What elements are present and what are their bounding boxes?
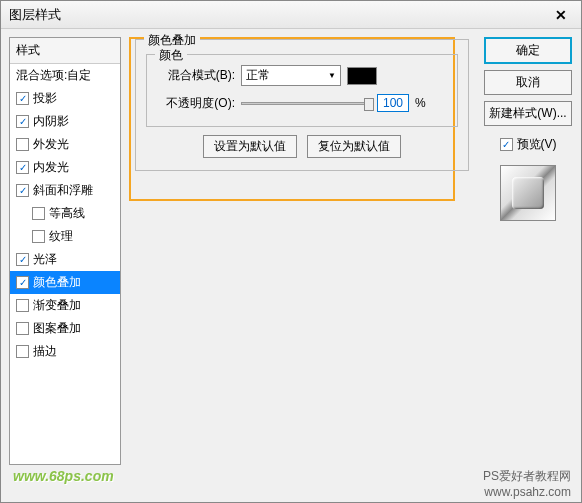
blend-mode-value: 正常: [246, 67, 270, 84]
new-style-button[interactable]: 新建样式(W)...: [484, 101, 572, 126]
sidebar-item-5[interactable]: 等高线: [10, 202, 120, 225]
sidebar-item-3[interactable]: 内发光: [10, 156, 120, 179]
sidebar-item-label: 内发光: [33, 159, 69, 176]
checkbox-icon[interactable]: [16, 184, 29, 197]
checkbox-icon[interactable]: [16, 253, 29, 266]
dialog-content: 样式 混合选项:自定 投影内阴影外发光内发光斜面和浮雕等高线纹理光泽颜色叠加渐变…: [1, 29, 581, 473]
cancel-button[interactable]: 取消: [484, 70, 572, 95]
sidebar-item-label: 内阴影: [33, 113, 69, 130]
opacity-unit: %: [415, 96, 426, 110]
checkbox-icon[interactable]: [16, 276, 29, 289]
ok-button[interactable]: 确定: [484, 37, 572, 64]
sidebar-item-2[interactable]: 外发光: [10, 133, 120, 156]
color-swatch[interactable]: [347, 67, 377, 85]
close-icon[interactable]: ✕: [549, 7, 573, 23]
sidebar-item-label: 描边: [33, 343, 57, 360]
blend-mode-row: 混合模式(B): 正常 ▼: [157, 65, 447, 86]
checkbox-icon[interactable]: [16, 161, 29, 174]
color-group-title: 颜色: [155, 47, 187, 64]
reset-default-button[interactable]: 复位为默认值: [307, 135, 401, 158]
sidebar-item-4[interactable]: 斜面和浮雕: [10, 179, 120, 202]
preview-thumb-inner: [512, 177, 544, 209]
checkbox-icon[interactable]: [16, 115, 29, 128]
sidebar-item-label: 颜色叠加: [33, 274, 81, 291]
sidebar-item-label: 外发光: [33, 136, 69, 153]
titlebar: 图层样式 ✕: [1, 1, 581, 29]
right-panel: 确定 取消 新建样式(W)... 预览(V): [483, 37, 573, 465]
watermark-line1: PS爱好者教程网: [483, 468, 571, 485]
layer-style-dialog: 图层样式 ✕ 样式 混合选项:自定 投影内阴影外发光内发光斜面和浮雕等高线纹理光…: [0, 0, 582, 503]
blend-mode-select[interactable]: 正常 ▼: [241, 65, 341, 86]
styles-sidebar: 样式 混合选项:自定 投影内阴影外发光内发光斜面和浮雕等高线纹理光泽颜色叠加渐变…: [9, 37, 121, 465]
sidebar-item-label: 光泽: [33, 251, 57, 268]
set-default-button[interactable]: 设置为默认值: [203, 135, 297, 158]
blend-options-label: 混合选项:自定: [16, 67, 91, 84]
chevron-down-icon: ▼: [328, 71, 336, 80]
preview-checkbox[interactable]: [500, 138, 513, 151]
sidebar-item-label: 投影: [33, 90, 57, 107]
sidebar-item-1[interactable]: 内阴影: [10, 110, 120, 133]
checkbox-icon[interactable]: [16, 322, 29, 335]
sidebar-item-6[interactable]: 纹理: [10, 225, 120, 248]
sidebar-item-label: 图案叠加: [33, 320, 81, 337]
color-inner-group: 颜色 混合模式(B): 正常 ▼ 不透明度(O):: [146, 54, 458, 127]
preview-label: 预览(V): [517, 136, 557, 153]
sidebar-header[interactable]: 样式: [10, 38, 120, 64]
footer: www.68ps.com PS爱好者教程网 www.psahz.com: [1, 468, 582, 499]
opacity-input[interactable]: 100: [377, 94, 409, 112]
preview-thumbnail: [500, 165, 556, 221]
checkbox-icon[interactable]: [16, 345, 29, 358]
sidebar-item-7[interactable]: 光泽: [10, 248, 120, 271]
sidebar-item-8[interactable]: 颜色叠加: [10, 271, 120, 294]
watermark-right: PS爱好者教程网 www.psahz.com: [483, 468, 571, 499]
sidebar-item-10[interactable]: 图案叠加: [10, 317, 120, 340]
watermark-line2: www.psahz.com: [483, 485, 571, 499]
checkbox-icon[interactable]: [16, 138, 29, 151]
checkbox-icon[interactable]: [16, 92, 29, 105]
checkbox-icon[interactable]: [32, 230, 45, 243]
sidebar-item-label: 斜面和浮雕: [33, 182, 93, 199]
opacity-slider[interactable]: [241, 102, 371, 105]
watermark-left: www.68ps.com: [13, 468, 114, 499]
sidebar-item-9[interactable]: 渐变叠加: [10, 294, 120, 317]
default-buttons-row: 设置为默认值 复位为默认值: [146, 135, 458, 158]
sidebar-item-label: 纹理: [49, 228, 73, 245]
sidebar-item-label: 等高线: [49, 205, 85, 222]
opacity-label: 不透明度(O):: [157, 95, 235, 112]
sidebar-item-0[interactable]: 投影: [10, 87, 120, 110]
main-panel: 颜色叠加 颜色 混合模式(B): 正常 ▼ 不透明度(O):: [129, 37, 475, 465]
dialog-title: 图层样式: [9, 6, 61, 24]
checkbox-icon[interactable]: [32, 207, 45, 220]
checkbox-icon[interactable]: [16, 299, 29, 312]
sidebar-item-11[interactable]: 描边: [10, 340, 120, 363]
blend-mode-label: 混合模式(B):: [157, 67, 235, 84]
preview-check-row[interactable]: 预览(V): [500, 136, 557, 153]
slider-thumb[interactable]: [364, 98, 374, 111]
opacity-row: 不透明度(O): 100 %: [157, 94, 447, 112]
color-overlay-group: 颜色叠加 颜色 混合模式(B): 正常 ▼ 不透明度(O):: [135, 39, 469, 171]
sidebar-item-label: 渐变叠加: [33, 297, 81, 314]
sidebar-blend-options[interactable]: 混合选项:自定: [10, 64, 120, 87]
